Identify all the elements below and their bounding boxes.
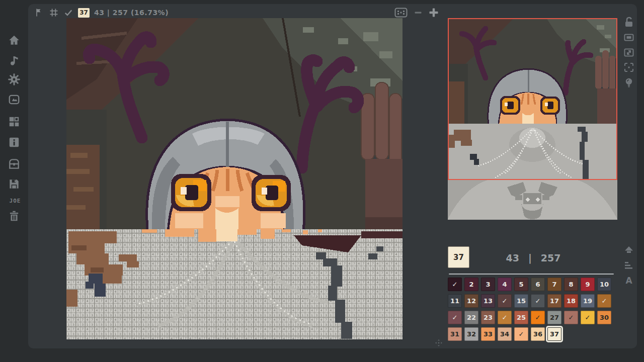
palette-swatch-5[interactable]: 5 bbox=[514, 278, 528, 291]
palette-swatch-2[interactable]: 2 bbox=[464, 278, 478, 291]
palette-swatch-26[interactable]: ✓ bbox=[531, 311, 545, 324]
palette-swatch-28[interactable]: ✓ bbox=[564, 311, 578, 324]
zoom-in-icon[interactable] bbox=[429, 8, 439, 18]
flag-icon[interactable] bbox=[34, 8, 44, 18]
lock-open-icon[interactable] bbox=[623, 16, 635, 28]
palette-swatch-20[interactable]: ✓ bbox=[597, 294, 611, 308]
zoom-controls bbox=[394, 6, 439, 19]
scroll-top-icon[interactable] bbox=[623, 244, 635, 256]
home-icon[interactable] bbox=[8, 34, 21, 47]
board-panel: 37 43 | 257 (16.73%) bbox=[28, 4, 637, 348]
palette-swatch-4[interactable]: 4 bbox=[498, 278, 512, 291]
palette-swatch-8[interactable]: 8 bbox=[564, 278, 578, 291]
zoom-out-icon[interactable] bbox=[414, 9, 422, 17]
trash-icon[interactable] bbox=[8, 210, 21, 223]
palette-swatch-24[interactable]: ✓ bbox=[498, 311, 512, 324]
palette-grid: ✓2345678910111213✓15✓171819✓✓2223✓25✓27✓… bbox=[448, 278, 611, 341]
palette-swatch-15[interactable]: 15 bbox=[514, 294, 528, 308]
palette-swatch-14[interactable]: ✓ bbox=[498, 294, 512, 308]
palette-swatch-23[interactable]: 23 bbox=[481, 311, 495, 324]
left-sidebar: JOE bbox=[0, 0, 28, 362]
palette-progress-separator: | bbox=[528, 252, 532, 263]
palette-swatch-9[interactable]: 9 bbox=[581, 278, 595, 291]
center-view-icon[interactable] bbox=[623, 61, 635, 73]
scale-view-icon[interactable] bbox=[623, 46, 635, 58]
joe-logo[interactable]: JOE bbox=[7, 198, 24, 204]
chest-icon[interactable] bbox=[8, 157, 21, 170]
palette-swatch-7[interactable]: 7 bbox=[547, 278, 561, 291]
palette-swatch-12[interactable]: 12 bbox=[464, 294, 478, 308]
palette-swatch-32[interactable]: 32 bbox=[464, 327, 478, 341]
image-icon[interactable] bbox=[8, 93, 21, 106]
info-icon[interactable] bbox=[8, 136, 21, 149]
frame-icon[interactable] bbox=[49, 8, 59, 18]
palette-swatch-25[interactable]: 25 bbox=[514, 311, 528, 324]
palette-swatch-17[interactable]: 17 bbox=[547, 294, 561, 308]
palette-swatch-3[interactable]: 3 bbox=[481, 278, 495, 291]
cat-artwork: 47 13 bbox=[66, 18, 403, 339]
palette-swatch-6[interactable]: 6 bbox=[531, 278, 545, 291]
hint-bulb-icon[interactable] bbox=[623, 76, 635, 88]
color-progress-text: 43 | 257 (16.73%) bbox=[94, 9, 169, 17]
pixel-art-canvas[interactable]: 47 13 bbox=[66, 18, 403, 339]
palette-swatch-36[interactable]: 36 bbox=[531, 327, 545, 341]
palette-swatch-22[interactable]: 22 bbox=[464, 311, 478, 324]
sort-colors-icon[interactable] bbox=[623, 259, 635, 272]
current-color-badge: 37 bbox=[78, 8, 90, 18]
palette-progress: 43|257 bbox=[458, 252, 609, 263]
palette-swatch-10[interactable]: 10 bbox=[597, 278, 611, 291]
palette-progress-total: 257 bbox=[541, 252, 561, 263]
palette-swatch-30[interactable]: 30 bbox=[597, 311, 611, 324]
palette-swatch-35[interactable]: ✓ bbox=[514, 327, 528, 341]
check-icon[interactable] bbox=[63, 8, 73, 18]
palette-swatch-33[interactable]: 33 bbox=[481, 327, 495, 341]
palette-swatch-16[interactable]: ✓ bbox=[531, 294, 545, 308]
palette-swatch-13[interactable]: 13 bbox=[481, 294, 495, 308]
viewport-rect-icon[interactable] bbox=[623, 31, 635, 43]
blocks-grid-icon[interactable] bbox=[8, 115, 21, 128]
palette-swatch-34[interactable]: 34 bbox=[498, 327, 512, 341]
palette-tools: A bbox=[623, 244, 635, 287]
fit-view-icon[interactable] bbox=[394, 8, 408, 18]
pan-move-icon[interactable] bbox=[435, 339, 443, 347]
minimap[interactable] bbox=[448, 18, 617, 220]
letters-toggle-icon[interactable]: A bbox=[623, 275, 635, 287]
palette-divider bbox=[449, 274, 614, 275]
palette-progress-completed: 43 bbox=[506, 252, 519, 263]
palette-swatch-18[interactable]: 18 bbox=[564, 294, 578, 308]
settings-gear-icon[interactable] bbox=[8, 73, 21, 86]
palette-swatch-31[interactable]: 31 bbox=[448, 327, 462, 341]
palette-swatch-29[interactable]: ✓ bbox=[581, 311, 595, 324]
music-icon[interactable] bbox=[8, 54, 21, 67]
palette-swatch-19[interactable]: 19 bbox=[581, 294, 595, 308]
palette-swatch-27[interactable]: 27 bbox=[547, 311, 561, 324]
palette-swatch-37[interactable]: 37 bbox=[547, 327, 561, 341]
save-floppy-icon[interactable] bbox=[8, 177, 21, 191]
palette-swatch-11[interactable]: 11 bbox=[448, 294, 462, 308]
palette-swatch-21[interactable]: ✓ bbox=[448, 311, 462, 324]
palette-swatch-1[interactable]: ✓ bbox=[448, 278, 462, 291]
top-toolbar: 37 43 | 257 (16.73%) bbox=[34, 6, 169, 20]
view-tools bbox=[623, 16, 635, 88]
